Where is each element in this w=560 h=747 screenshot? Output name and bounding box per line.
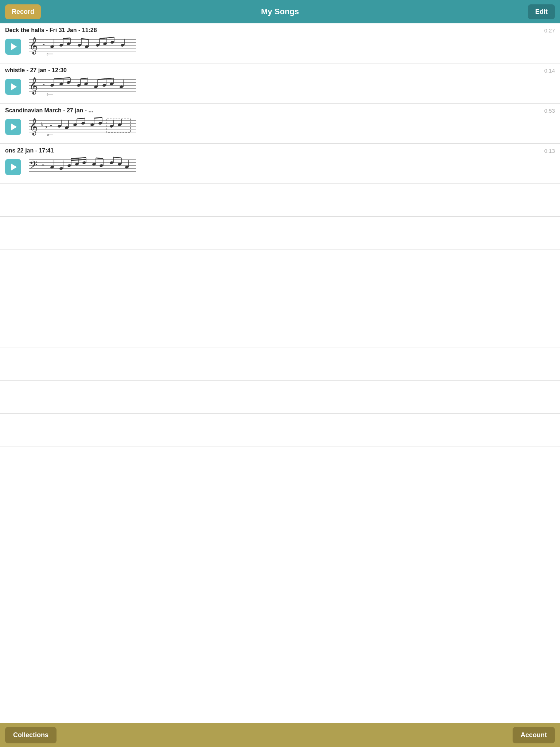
song-title-4: ons 22 jan - 17:41 bbox=[5, 147, 54, 154]
notation-3: 𝄞 ♭ ♭ 𝄼 bbox=[25, 116, 555, 138]
svg-point-44 bbox=[77, 84, 81, 87]
play-icon-4 bbox=[11, 163, 17, 171]
svg-point-7 bbox=[50, 45, 54, 48]
song-duration-2: 0:14 bbox=[544, 67, 555, 74]
song-title-1: Deck the halls - Fri 31 Jan - 11:28 bbox=[5, 27, 97, 34]
song-duration-1: 0:27 bbox=[544, 27, 555, 34]
song-header-4: ons 22 jan - 17:41 0:13 bbox=[5, 147, 555, 154]
svg-point-69 bbox=[57, 124, 61, 128]
svg-point-119 bbox=[125, 165, 129, 169]
svg-point-23 bbox=[110, 40, 114, 44]
svg-point-73 bbox=[73, 123, 77, 126]
svg-point-116 bbox=[117, 162, 121, 166]
svg-point-103 bbox=[75, 162, 79, 166]
svg-point-41 bbox=[66, 81, 70, 84]
svg-point-19 bbox=[96, 43, 100, 47]
svg-point-105 bbox=[82, 161, 86, 164]
notation-4: 𝄢 𝄼 bbox=[25, 156, 555, 178]
svg-text:𝄞: 𝄞 bbox=[29, 118, 38, 136]
notation-1: 𝄞 𝄼 bbox=[25, 36, 555, 58]
page-title: My Songs bbox=[261, 7, 299, 16]
svg-text:8: 8 bbox=[47, 93, 48, 96]
collections-button[interactable]: Collections bbox=[5, 727, 57, 743]
svg-text:𝄞: 𝄞 bbox=[29, 37, 38, 55]
song-item-2: whistle - 27 jan - 12:30 0:14 𝄞 𝄼 bbox=[0, 63, 560, 104]
svg-point-114 bbox=[109, 161, 113, 164]
svg-line-118 bbox=[113, 157, 121, 158]
song-header-2: whistle - 27 jan - 12:30 0:14 bbox=[5, 67, 555, 74]
svg-text:♭: ♭ bbox=[44, 123, 47, 129]
svg-line-82 bbox=[94, 117, 102, 118]
empty-row-3 bbox=[0, 249, 560, 282]
song-duration-3: 0:53 bbox=[544, 108, 555, 114]
notation-2: 𝄞 𝄼 bbox=[25, 76, 555, 98]
svg-point-75 bbox=[81, 121, 85, 125]
svg-point-111 bbox=[99, 164, 103, 167]
svg-point-53 bbox=[109, 82, 113, 85]
svg-line-77 bbox=[77, 118, 85, 119]
svg-point-71 bbox=[65, 126, 69, 129]
svg-point-86 bbox=[117, 123, 121, 126]
song-list: Deck the halls - Fri 31 Jan - 11:28 0:27… bbox=[0, 23, 560, 723]
svg-point-84 bbox=[109, 124, 113, 128]
svg-point-14 bbox=[77, 43, 81, 47]
svg-point-56 bbox=[119, 85, 123, 88]
empty-row-5 bbox=[0, 315, 560, 348]
svg-point-101 bbox=[67, 164, 71, 167]
play-button-3[interactable] bbox=[5, 119, 21, 135]
empty-row-4 bbox=[0, 282, 560, 315]
svg-line-55 bbox=[98, 78, 113, 80]
svg-point-37 bbox=[50, 84, 54, 87]
svg-point-16 bbox=[85, 45, 89, 48]
svg-point-99 bbox=[59, 167, 63, 170]
svg-text:8: 8 bbox=[47, 53, 48, 56]
svg-point-97 bbox=[50, 165, 54, 169]
song-title-3: Scandinavian March - 27 jan - ... bbox=[5, 107, 93, 114]
svg-point-11 bbox=[66, 42, 70, 45]
svg-point-49 bbox=[94, 85, 98, 88]
svg-point-109 bbox=[92, 162, 96, 166]
svg-point-51 bbox=[102, 84, 106, 87]
song-item-1: Deck the halls - Fri 31 Jan - 11:28 0:27… bbox=[0, 23, 560, 63]
play-icon-3 bbox=[11, 123, 17, 131]
song-body-4: 𝄢 𝄼 bbox=[5, 156, 555, 178]
svg-line-113 bbox=[96, 158, 103, 159]
svg-line-108 bbox=[71, 159, 86, 160]
svg-point-39 bbox=[59, 82, 63, 85]
song-body-1: 𝄞 𝄼 bbox=[5, 36, 555, 58]
svg-point-9 bbox=[59, 43, 63, 47]
song-item-3: Scandinavian March - 27 jan - ... 0:53 𝄞… bbox=[0, 104, 560, 144]
svg-text:𝄞: 𝄞 bbox=[29, 77, 38, 95]
svg-text:♭: ♭ bbox=[41, 121, 44, 127]
song-title-2: whistle - 27 jan - 12:30 bbox=[5, 67, 67, 74]
empty-row-8 bbox=[0, 414, 560, 446]
empty-row-6 bbox=[0, 348, 560, 381]
play-button-4[interactable] bbox=[5, 159, 21, 175]
svg-point-21 bbox=[103, 42, 107, 45]
song-body-3: 𝄞 ♭ ♭ 𝄼 bbox=[5, 116, 555, 138]
song-body-2: 𝄞 𝄼 bbox=[5, 76, 555, 98]
play-button-2[interactable] bbox=[5, 79, 21, 95]
svg-point-78 bbox=[90, 123, 94, 126]
svg-line-13 bbox=[63, 38, 70, 39]
play-icon-1 bbox=[11, 43, 17, 50]
edit-button[interactable]: Edit bbox=[528, 4, 555, 19]
song-header-3: Scandinavian March - 27 jan - ... 0:53 bbox=[5, 107, 555, 114]
account-button[interactable]: Account bbox=[513, 727, 555, 743]
song-header-1: Deck the halls - Fri 31 Jan - 11:28 0:27 bbox=[5, 27, 555, 34]
song-duration-4: 0:13 bbox=[544, 148, 555, 154]
play-icon-2 bbox=[11, 83, 17, 90]
svg-point-46 bbox=[84, 82, 88, 85]
svg-point-80 bbox=[98, 121, 102, 125]
svg-point-26 bbox=[120, 43, 124, 47]
svg-line-48 bbox=[81, 78, 88, 79]
svg-text:𝄢: 𝄢 bbox=[29, 159, 38, 174]
bottom-nav: Collections Account bbox=[0, 723, 560, 747]
svg-line-107 bbox=[71, 158, 86, 159]
record-button[interactable]: Record bbox=[5, 4, 41, 19]
empty-row-7 bbox=[0, 381, 560, 414]
song-item-4: ons 22 jan - 17:41 0:13 𝄢 𝄼 bbox=[0, 144, 560, 184]
empty-row-1 bbox=[0, 184, 560, 217]
play-button-1[interactable] bbox=[5, 39, 21, 55]
empty-row-2 bbox=[0, 217, 560, 249]
